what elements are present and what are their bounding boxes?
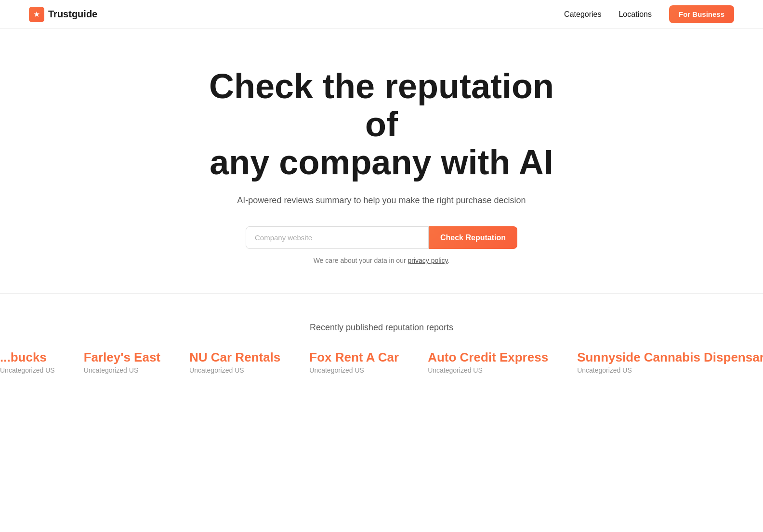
list-item[interactable]: ...bucksUncategorized US [0, 350, 55, 374]
list-item[interactable]: Sunnyside Cannabis Dispensar...Uncategor… [577, 350, 763, 374]
logo-text: Trustguide [48, 9, 97, 20]
hero-section: Check the reputation of any company with… [0, 29, 763, 293]
company-name: NU Car Rentals [189, 350, 280, 365]
companies-scroll: ...bucksUncategorized USFarley's EastUnc… [0, 350, 763, 383]
list-item[interactable]: Fox Rent A CarUncategorized US [309, 350, 399, 374]
recent-title: Recently published reputation reports [0, 323, 763, 333]
nav-links: Categories Locations For Business [564, 5, 734, 23]
company-meta: Uncategorized US [0, 366, 55, 374]
navbar: ★ Trustguide Categories Locations For Bu… [0, 0, 763, 29]
privacy-policy-link[interactable]: privacy policy [408, 257, 447, 264]
logo-icon: ★ [29, 7, 44, 22]
company-meta: Uncategorized US [428, 366, 548, 374]
company-name: Auto Credit Express [428, 350, 548, 365]
search-area: Check Reputation [10, 226, 753, 249]
recent-section: Recently published reputation reports ..… [0, 294, 763, 402]
company-meta: Uncategorized US [84, 366, 160, 374]
company-name: ...bucks [0, 350, 55, 365]
search-input[interactable] [246, 226, 429, 249]
company-meta: Uncategorized US [309, 366, 399, 374]
logo[interactable]: ★ Trustguide [29, 7, 97, 22]
nav-locations[interactable]: Locations [618, 10, 652, 19]
nav-categories[interactable]: Categories [564, 10, 601, 19]
for-business-button[interactable]: For Business [669, 5, 734, 23]
company-name: Sunnyside Cannabis Dispensar... [577, 350, 763, 365]
company-name: Farley's East [84, 350, 160, 365]
list-item[interactable]: NU Car RentalsUncategorized US [189, 350, 280, 374]
company-name: Fox Rent A Car [309, 350, 399, 365]
company-meta: Uncategorized US [577, 366, 763, 374]
list-item[interactable]: Auto Credit ExpressUncategorized US [428, 350, 548, 374]
hero-title: Check the reputation of any company with… [189, 67, 574, 182]
company-meta: Uncategorized US [189, 366, 280, 374]
check-reputation-button[interactable]: Check Reputation [429, 226, 517, 249]
list-item[interactable]: Farley's EastUncategorized US [84, 350, 160, 374]
hero-subtitle: AI-powered reviews summary to help you m… [10, 194, 753, 208]
privacy-note: We care about your data in our privacy p… [10, 257, 753, 264]
